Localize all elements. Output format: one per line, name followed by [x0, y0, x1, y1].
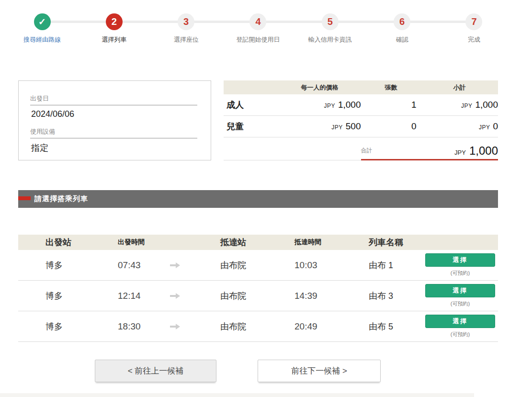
right-arrow-icon	[155, 292, 195, 300]
step-5-label: 輸入信用卡資訊	[308, 35, 352, 44]
equipment-field: 使用設備 指定	[30, 127, 197, 154]
departure-date-label: 出發日	[30, 94, 197, 105]
fare-table-header: 每一人的價格 張數 小計	[224, 80, 498, 94]
currency-code: JPY	[324, 102, 335, 109]
departure-time: 18:30	[83, 321, 155, 332]
step-5-credit-card: 5 輸入信用卡資訊	[306, 13, 354, 44]
fare-row-adult: 成人 JPY1,000 1 JPY1,000	[224, 94, 498, 116]
step-1-search-route[interactable]: ✓ 搜尋經由路線	[18, 13, 66, 44]
select-train-button-3[interactable]: 選擇	[425, 315, 495, 328]
fare-child-subtotal: JPY0	[421, 121, 498, 132]
fare-adult-subtotal: JPY1,000	[421, 100, 498, 110]
fare-child-label: 兒童	[224, 121, 279, 132]
fare-header-price: 每一人的價格	[279, 83, 361, 92]
step-1-circle: ✓	[34, 13, 51, 30]
header-departure-time: 出發時間	[83, 238, 155, 247]
equipment-label: 使用設備	[30, 127, 197, 138]
red-dash-icon	[18, 196, 31, 200]
step-2-circle: 2	[106, 13, 123, 30]
arrival-station: 由布院	[195, 260, 262, 271]
departure-date-value: 2024/06/06	[30, 105, 197, 119]
departure-station: 博多	[18, 321, 83, 332]
step-7-label: 完成	[468, 35, 480, 44]
step-2-select-train: 2 選擇列車	[90, 13, 138, 44]
fare-total-row: 合計 JPY1,000	[224, 137, 498, 160]
departure-station: 博多	[18, 290, 83, 302]
header-arrival-time: 抵達時間	[262, 238, 337, 247]
fare-child-count: 0	[361, 121, 421, 132]
step-1-label: 搜尋經由路線	[23, 35, 61, 44]
arrival-station: 由布院	[195, 321, 262, 332]
reservable-note: (可預約)	[425, 270, 495, 277]
trip-info-box: 出發日 2024/06/06 使用設備 指定	[18, 80, 211, 160]
departure-time: 07:43	[83, 260, 155, 271]
select-train-button-2[interactable]: 選擇	[425, 284, 495, 297]
fare-total-amount: JPY1,000	[454, 144, 498, 158]
step-6-circle: 6	[394, 13, 410, 30]
previous-candidates-button[interactable]: < 前往上一候補	[95, 360, 216, 382]
fare-row-child: 兒童 JPY500 0 JPY0	[224, 116, 498, 137]
fare-child-price: JPY500	[279, 121, 361, 132]
train-name: 由布 5	[337, 321, 401, 332]
reservable-note: (可預約)	[425, 300, 495, 307]
train-name: 由布 3	[337, 290, 401, 302]
departure-date-field: 出發日 2024/06/06	[30, 94, 197, 119]
arrival-time: 10:03	[262, 260, 337, 271]
fare-table: 每一人的價格 張數 小計 成人 JPY1,000 1 JPY1,000 兒童 J…	[224, 80, 498, 160]
equipment-value: 指定	[30, 138, 197, 154]
candidate-pagination: < 前往上一候補 前往下一候補 >	[0, 360, 532, 382]
select-train-button-1[interactable]: 選擇	[425, 253, 495, 267]
header-train-name: 列車名稱	[337, 237, 401, 248]
arrival-time: 14:39	[262, 291, 337, 301]
next-candidates-button[interactable]: 前往下一候補 >	[258, 360, 381, 382]
step-7-circle: 7	[465, 13, 482, 30]
currency-code: JPY	[479, 124, 490, 131]
fare-adult-label: 成人	[224, 99, 279, 111]
right-arrow-icon	[155, 261, 195, 270]
step-3-select-seat: 3 選擇座位	[162, 13, 210, 44]
train-row-1: 博多 07:43 由布院 10:03 由布 1 選擇 (可預約)	[18, 250, 498, 281]
fare-header-subtotal: 小計	[421, 83, 498, 92]
next-section-edge	[0, 393, 474, 397]
departure-time: 12:14	[83, 291, 155, 301]
step-4-label: 登記開始使用日	[236, 35, 280, 44]
step-3-label: 選擇座位	[174, 35, 199, 44]
step-5-circle: 5	[322, 13, 339, 30]
step-6-label: 確認	[396, 35, 408, 44]
train-row-2: 博多 12:14 由布院 14:39 由布 3 選擇 (可預約)	[18, 281, 498, 311]
select-train-section-bar: 請選擇搭乘列車	[18, 190, 498, 208]
fare-adult-price: JPY1,000	[279, 100, 361, 110]
step-3-circle: 3	[178, 13, 194, 30]
currency-code: JPY	[331, 124, 343, 131]
reservable-note: (可預約)	[425, 331, 495, 338]
step-6-confirm: 6 確認	[378, 13, 426, 44]
header-arrival-station: 抵達站	[195, 237, 262, 248]
fare-total-label: 合計	[361, 147, 373, 158]
departure-station: 博多	[18, 260, 83, 271]
step-2-label: 選擇列車	[102, 35, 126, 44]
step-7-done: 7 完成	[450, 13, 498, 44]
section-title: 請選擇搭乘列車	[34, 194, 88, 204]
train-row-3: 博多 18:30 由布院 20:49 由布 5 選擇 (可預約)	[18, 311, 498, 342]
arrival-station: 由布院	[195, 290, 262, 302]
step-4-start-date: 4 登記開始使用日	[234, 13, 282, 44]
train-table-header: 出發站 出發時間 抵達站 抵達時間 列車名稱	[18, 235, 498, 250]
arrival-time: 20:49	[262, 321, 337, 332]
trip-summary-section: 出發日 2024/06/06 使用設備 指定 每一人的價格 張數 小計 成人 J…	[18, 80, 498, 160]
fare-header-count: 張數	[361, 83, 421, 92]
progress-stepper: ✓ 搜尋經由路線 2 選擇列車 3 選擇座位 4 登記開始使用日 5 輸入信用卡…	[18, 13, 498, 44]
header-departure-station: 出發站	[18, 237, 83, 248]
fare-total: 合計 JPY1,000	[361, 137, 498, 160]
fare-adult-count: 1	[361, 100, 421, 110]
train-name: 由布 1	[337, 260, 401, 271]
currency-code: JPY	[461, 102, 473, 109]
train-table: 出發站 出發時間 抵達站 抵達時間 列車名稱 博多 07:43 由布院 10:0…	[18, 235, 498, 342]
check-icon: ✓	[38, 16, 46, 27]
currency-code: JPY	[454, 149, 466, 156]
booking-page: ✓ 搜尋經由路線 2 選擇列車 3 選擇座位 4 登記開始使用日 5 輸入信用卡…	[0, 0, 532, 397]
step-4-circle: 4	[249, 13, 266, 30]
right-arrow-icon	[155, 322, 195, 331]
